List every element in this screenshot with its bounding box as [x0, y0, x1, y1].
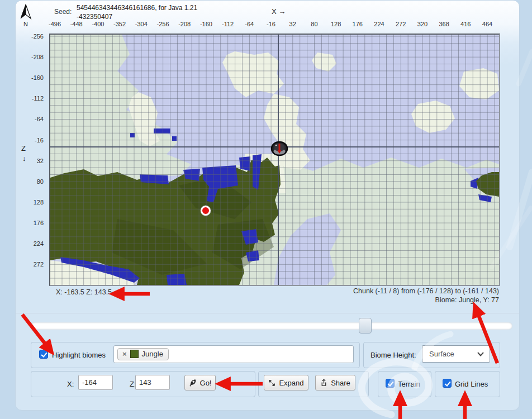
x-axis-tick: -16 — [267, 21, 276, 27]
x-axis-tick: -64 — [245, 21, 254, 27]
z-axis-tick: -64 — [35, 116, 44, 122]
expand-button-label: Expand — [279, 379, 303, 387]
seed-label: Seed: — [54, 8, 72, 16]
grid-lines-label: Grid Lines — [455, 380, 488, 388]
z-axis-tick: 32 — [37, 158, 44, 164]
x-axis-tick: -256 — [156, 21, 169, 27]
terrain-label: Terrain — [398, 380, 420, 388]
z-axis-tick: -16 — [35, 137, 44, 144]
grid-lines-checkbox[interactable] — [443, 379, 452, 388]
compass-north-label: N — [18, 21, 34, 27]
section-divider — [16, 313, 519, 313]
expand-button[interactable]: Expand — [264, 375, 308, 391]
expand-icon — [268, 379, 276, 387]
remove-tag-icon[interactable]: × — [122, 350, 127, 358]
x-axis-tick: -304 — [135, 21, 148, 27]
x-axis-tick: 128 — [331, 21, 341, 27]
x-axis-tick: -208 — [178, 21, 191, 27]
x-axis-tick: -160 — [200, 21, 212, 27]
rocket-icon — [189, 379, 197, 387]
z-coordinate-input[interactable] — [135, 375, 170, 390]
x-axis-tick: 272 — [396, 21, 406, 27]
x-axis-tick: -112 — [222, 21, 234, 27]
x-axis-tick: -352 — [113, 21, 126, 27]
share-button[interactable]: Share — [315, 375, 355, 391]
x-axis-tick: 368 — [439, 21, 449, 27]
seed-value: 545446343446346161686, for Java 1.21 — [77, 3, 197, 12]
x-axis-tick: 176 — [353, 21, 363, 27]
biome-height-value: Surface — [429, 350, 454, 358]
biome-color-swatch — [130, 350, 139, 358]
biome-tag-label: Jungle — [142, 350, 163, 358]
biome-height-select[interactable]: Surface — [422, 345, 490, 363]
chunk-range-text: Chunk (-11 / 8) from (-176 / 128) to (-1… — [353, 287, 499, 296]
z-axis-tick: -256 — [31, 33, 44, 40]
biome-info-text: Biome: Jungle, Y: 77 — [353, 296, 499, 304]
x-axis-tick: 224 — [374, 21, 384, 27]
seed-map-app: N Seed: 545446343446346161686, for Java … — [0, 0, 532, 419]
north-compass-icon — [18, 3, 34, 21]
x-input-label: X: — [67, 380, 74, 388]
seed-numeric-value: -432350407 — [77, 12, 197, 21]
x-axis-tick: -496 — [49, 21, 61, 27]
x-axis-tick: -400 — [92, 21, 104, 27]
x-axis-tick: 320 — [417, 21, 428, 27]
z-axis-tick: 272 — [34, 261, 44, 268]
z-axis-tick: 128 — [34, 199, 44, 206]
highlight-biomes-checkbox[interactable] — [39, 350, 48, 359]
x-axis-tick: 464 — [482, 21, 492, 27]
biome-height-label: Biome Height: — [370, 351, 416, 359]
highlight-biomes-label: Highlight biomes — [52, 351, 106, 359]
x-axis-tick: 416 — [460, 21, 471, 27]
z-axis-tick: -112 — [32, 95, 44, 102]
chunk-info: Chunk (-11 / 8) from (-176 / 128) to (-1… — [353, 287, 499, 304]
x-axis-tick: 32 — [289, 21, 296, 27]
z-axis-ticks: -256-208-160-112-64-163280128176224272 — [16, 35, 47, 285]
cursor-coordinates: X: -163.5 Z: 143.5 — [56, 288, 112, 296]
share-icon — [320, 379, 327, 387]
zoom-slider-thumb[interactable] — [359, 318, 372, 334]
chevron-down-icon — [477, 352, 484, 356]
share-button-label: Share — [331, 379, 350, 387]
z-axis-tick: 80 — [37, 178, 44, 185]
z-axis-tick: -208 — [31, 54, 44, 60]
go-button[interactable]: Go! — [184, 375, 216, 391]
biome-tag: × Jungle — [117, 348, 169, 360]
z-axis-tick: 224 — [34, 240, 44, 247]
biome-filter-input[interactable]: × Jungle — [113, 345, 354, 363]
x-axis-tick: -448 — [70, 21, 83, 27]
z-axis-tick: 176 — [34, 220, 44, 226]
x-axis-ticks: -496-448-400-352-304-256-208-160-112-64-… — [50, 21, 499, 28]
x-axis-tick: 80 — [311, 21, 317, 27]
go-button-label: Go! — [200, 379, 212, 387]
map-canvas[interactable] — [49, 34, 500, 286]
zoom-slider[interactable] — [31, 322, 512, 330]
x-axis-direction-label: X → — [272, 7, 286, 16]
z-axis-tick: -160 — [31, 74, 44, 81]
terrain-checkbox[interactable] — [386, 379, 395, 388]
x-coordinate-input[interactable] — [78, 375, 113, 390]
